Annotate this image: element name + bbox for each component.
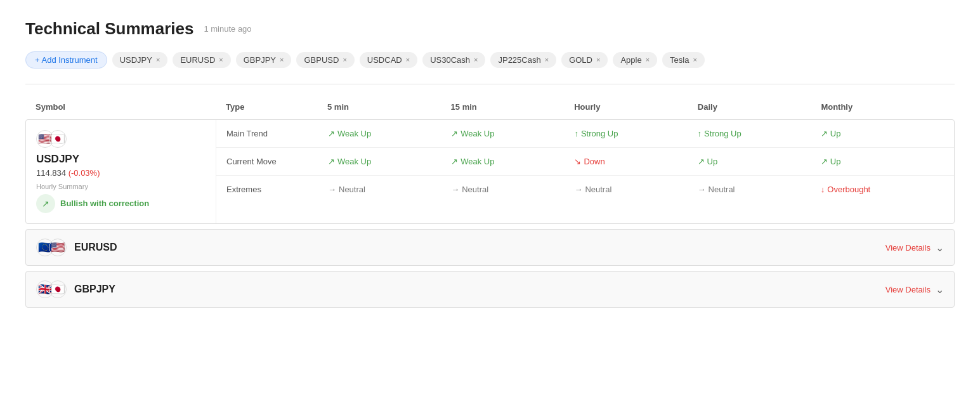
data-rows: Main Trend ↗ Weak Up ↗ Weak Up ↑ Strong … <box>216 120 954 223</box>
summary-text: Bullish with correction <box>60 199 149 209</box>
instrument-tag-gold[interactable]: GOLD × <box>561 52 608 68</box>
arrow-icon: ↗ <box>451 157 458 166</box>
instrument-label: USDJPY <box>120 55 152 65</box>
view-details-link[interactable]: View Details <box>885 285 931 294</box>
type-label: Extremes <box>226 185 328 194</box>
instrument-label: Apple <box>620 55 641 65</box>
instrument-tag-us30cash[interactable]: US30Cash × <box>422 52 485 68</box>
collapsed-symbol-name: GBPJPY <box>74 284 885 295</box>
arrow-icon: → <box>574 185 582 194</box>
instrument-label: JP225Cash <box>498 55 540 65</box>
collapsed-row-gbpjpy[interactable]: 🇬🇧 🇯🇵 GBPJPY View Details ⌄ <box>25 271 955 308</box>
type-label: Main Trend <box>226 129 328 138</box>
divider <box>25 84 955 84</box>
signal-monthly: ↓ Overbought <box>821 185 944 194</box>
arrow-icon: ↑ <box>698 129 702 138</box>
expanded-row-usdjpy: 🇺🇸 🇯🇵 USDJPY 114.834 (-0.03%) Hourly Sum… <box>25 119 955 224</box>
col-5min: 5 min <box>327 102 451 112</box>
arrow-icon: ↗ <box>698 157 705 166</box>
close-icon[interactable]: × <box>280 56 284 63</box>
instrument-tag-usdjpy[interactable]: USDJPY × <box>112 52 168 68</box>
symbol-price: 114.834 (-0.03%) <box>36 168 206 178</box>
signal-daily: ↗ Up <box>698 157 821 166</box>
symbol-name: USDJPY <box>36 153 206 166</box>
close-icon[interactable]: × <box>219 56 223 63</box>
instrument-label: GOLD <box>569 55 592 65</box>
add-instrument-button[interactable]: + Add Instrument <box>25 51 107 69</box>
col-type: Type <box>226 102 327 112</box>
col-monthly: Monthly <box>821 102 944 112</box>
close-icon[interactable]: × <box>474 56 478 63</box>
instrument-tag-jp225cash[interactable]: JP225Cash × <box>490 52 556 68</box>
instrument-tag-gbpusd[interactable]: GBPUSD × <box>296 52 354 68</box>
arrow-icon: ↗ <box>821 129 828 138</box>
page-container: Technical Summaries 1 minute ago + Add I… <box>0 0 980 332</box>
collapsed-symbol-flags: 🇪🇺 🇺🇸 <box>36 239 67 256</box>
close-icon[interactable]: × <box>156 56 160 63</box>
instrument-label: GBPJPY <box>244 55 276 65</box>
close-icon[interactable]: × <box>693 56 696 63</box>
hourly-summary-label: Hourly Summary <box>36 183 206 190</box>
col-symbol: Symbol <box>36 102 226 112</box>
arrow-icon: → <box>328 185 336 194</box>
signal-daily: ↑ Strong Up <box>698 129 821 138</box>
collapsed-row-eurusd[interactable]: 🇪🇺 🇺🇸 EURUSD View Details ⌄ <box>25 229 955 266</box>
price-change: (-0.03%) <box>69 168 100 178</box>
arrow-icon: → <box>451 185 459 194</box>
flag-jp: 🇯🇵 <box>49 280 67 298</box>
signal-5min: ↗ Weak Up <box>328 129 451 138</box>
table-header: Symbol Type 5 min 15 min Hourly Daily Mo… <box>25 97 955 117</box>
current-move-row: Current Move ↗ Weak Up ↗ Weak Up ↘ Down <box>216 148 954 176</box>
symbol-left-panel: 🇺🇸 🇯🇵 USDJPY 114.834 (-0.03%) Hourly Sum… <box>26 120 216 223</box>
view-details-link[interactable]: View Details <box>885 243 931 253</box>
chevron-down-icon[interactable]: ⌄ <box>936 284 944 296</box>
arrow-icon: ↓ <box>821 185 825 194</box>
flag-us: 🇺🇸 <box>49 239 67 256</box>
instrument-label: USDCAD <box>367 55 402 65</box>
close-icon[interactable]: × <box>343 56 346 63</box>
instrument-label: Tesla <box>670 55 689 65</box>
arrow-icon: ↗ <box>328 157 335 166</box>
arrow-icon: ↗ <box>451 129 458 138</box>
instrument-tag-usdcad[interactable]: USDCAD × <box>360 52 417 68</box>
arrow-icon: ↑ <box>574 129 578 138</box>
collapsed-symbol-flags: 🇬🇧 🇯🇵 <box>36 280 67 298</box>
page-header: Technical Summaries 1 minute ago <box>25 19 955 39</box>
instrument-tag-eurusd[interactable]: EURUSD × <box>173 52 230 68</box>
signal-15min: ↗ Weak Up <box>451 129 574 138</box>
signal-hourly: ↑ Strong Up <box>574 129 697 138</box>
signal-monthly: ↗ Up <box>821 157 944 166</box>
close-icon[interactable]: × <box>406 56 410 63</box>
instrument-label: EURUSD <box>180 55 215 65</box>
signal-5min: → Neutral <box>328 185 451 194</box>
summary-arrow-circle: ↗ <box>36 194 55 213</box>
flag-jp: 🇯🇵 <box>49 130 67 148</box>
instruments-bar: + Add Instrument USDJPY × EURUSD × GBPJP… <box>25 51 955 69</box>
instrument-label: US30Cash <box>430 55 470 65</box>
symbol-flags: 🇺🇸 🇯🇵 <box>36 130 206 148</box>
page-timestamp: 1 minute ago <box>204 24 251 34</box>
symbol-info-panel: 🇺🇸 🇯🇵 USDJPY 114.834 (-0.03%) Hourly Sum… <box>26 120 954 223</box>
instrument-tag-gbpjpy[interactable]: GBPJPY × <box>236 52 292 68</box>
collapsed-symbol-name: EURUSD <box>74 242 885 253</box>
instrument-tag-apple[interactable]: Apple × <box>613 52 657 68</box>
instrument-tag-tesla[interactable]: Tesla × <box>662 52 705 68</box>
signal-hourly: → Neutral <box>574 185 697 194</box>
col-daily: Daily <box>698 102 821 112</box>
extremes-row: Extremes → Neutral → Neutral → Neutral <box>216 176 954 203</box>
signal-15min: ↗ Weak Up <box>451 157 574 166</box>
summary-badge: ↗ Bullish with correction <box>36 194 206 213</box>
signal-15min: → Neutral <box>451 185 574 194</box>
close-icon[interactable]: × <box>646 56 650 63</box>
chevron-down-icon[interactable]: ⌄ <box>936 242 944 254</box>
col-hourly: Hourly <box>574 102 698 112</box>
close-icon[interactable]: × <box>596 56 600 63</box>
instrument-label: GBPUSD <box>304 55 339 65</box>
signal-daily: → Neutral <box>698 185 821 194</box>
close-icon[interactable]: × <box>545 56 549 63</box>
arrow-icon: ↗ <box>821 157 828 166</box>
type-label: Current Move <box>226 157 328 166</box>
page-title: Technical Summaries <box>25 19 193 39</box>
signal-monthly: ↗ Up <box>821 129 944 138</box>
signal-hourly: ↘ Down <box>574 157 697 166</box>
